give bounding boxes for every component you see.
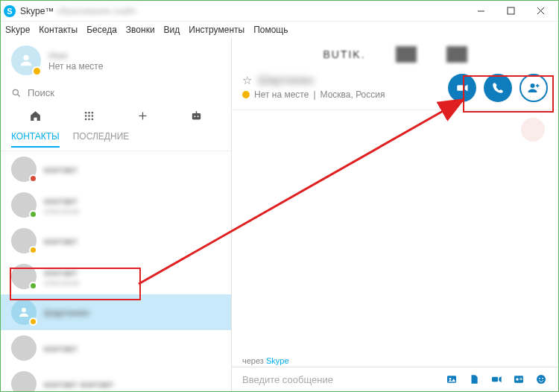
banner-text: BUTIK. xyxy=(323,48,365,60)
svg-rect-29 xyxy=(492,377,498,382)
app-title: Skype™ xyxy=(20,6,54,16)
search-placeholder: Поиск xyxy=(28,87,54,98)
video-message-icon[interactable] xyxy=(490,373,503,385)
self-profile[interactable]: Имя Нет на месте xyxy=(1,38,231,83)
svg-point-13 xyxy=(85,118,87,120)
contact-avatar-icon xyxy=(521,118,545,142)
contact-list: контакт контактописание контакт контакто… xyxy=(1,151,231,391)
svg-rect-1 xyxy=(508,7,514,14)
contact-item[interactable]: контакт контакт xyxy=(1,366,231,391)
svg-point-34 xyxy=(537,375,546,384)
menu-bar: Skype Контакты Беседа Звонки Вид Инструм… xyxy=(1,22,558,38)
compose-bar: Введите сообщение xyxy=(232,367,558,391)
self-name: Имя xyxy=(48,50,103,61)
send-photo-icon[interactable] xyxy=(445,373,458,385)
search-icon xyxy=(11,88,22,98)
via-link[interactable]: Skype xyxy=(266,356,289,365)
chat-location: Москва, Россия xyxy=(320,89,385,100)
chat-contact-name: Шартинен xyxy=(258,74,314,87)
svg-point-19 xyxy=(195,116,196,117)
svg-point-20 xyxy=(198,116,199,117)
maximize-button[interactable] xyxy=(496,2,525,20)
contact-item[interactable]: контакт xyxy=(1,151,231,187)
svg-rect-32 xyxy=(519,378,522,379)
sidebar-tabs: КОНТАКТЫ ПОСЛЕДНИЕ xyxy=(1,127,231,148)
new-contact-icon[interactable] xyxy=(135,107,151,124)
favorite-star-icon[interactable]: ☆ xyxy=(242,74,252,87)
avatar-icon xyxy=(11,371,37,391)
menu-help[interactable]: Помощь xyxy=(253,25,288,35)
chat-header: ☆ Шартинен Нет на месте | Москва, Россия xyxy=(232,68,558,110)
contact-item[interactable]: контактописание xyxy=(1,187,231,223)
svg-point-10 xyxy=(85,115,87,117)
menu-calls[interactable]: Звонки xyxy=(126,25,155,35)
svg-point-14 xyxy=(88,118,90,120)
menu-contacts[interactable]: Контакты xyxy=(39,25,78,35)
svg-point-24 xyxy=(531,83,535,88)
skype-logo-icon: S xyxy=(4,5,16,17)
self-status-away-icon xyxy=(32,66,42,76)
avatar-icon xyxy=(11,335,37,361)
tab-recent[interactable]: ПОСЛЕДНИЕ xyxy=(73,131,130,148)
sidebar: Имя Нет на месте Поиск КОНТАКТЫ ПОС xyxy=(1,38,232,391)
dialpad-icon[interactable] xyxy=(80,107,97,124)
svg-rect-23 xyxy=(457,85,464,91)
home-icon[interactable] xyxy=(27,107,43,124)
contact-item[interactable]: контакт xyxy=(1,223,231,259)
svg-point-11 xyxy=(88,115,90,117)
add-participant-button[interactable] xyxy=(519,74,548,102)
search-input[interactable]: Поиск xyxy=(1,83,231,103)
self-status-text: Нет на месте xyxy=(48,61,103,72)
menu-tools[interactable]: Инструменты xyxy=(189,25,244,35)
emoji-icon[interactable] xyxy=(534,373,548,385)
svg-rect-18 xyxy=(192,113,200,119)
svg-point-12 xyxy=(92,115,94,117)
avatar-icon xyxy=(11,192,37,218)
close-button[interactable] xyxy=(525,2,555,20)
menu-view[interactable]: Вид xyxy=(164,25,180,35)
via-line: через Skype xyxy=(232,353,558,367)
video-call-button[interactable] xyxy=(448,74,476,102)
title-bar: S Skype™ образование.скайп xyxy=(1,1,558,22)
chat-pane: BUTIK. ☆ Шартинен Нет на месте | Москва,… xyxy=(232,38,558,391)
svg-point-4 xyxy=(23,55,28,60)
avatar-icon xyxy=(11,264,37,289)
avatar-icon xyxy=(11,228,37,253)
window-subtitle: образование.скайп xyxy=(57,6,136,16)
status-away-icon xyxy=(242,91,250,98)
nav-icon-row xyxy=(1,103,231,127)
chat-status: Нет на месте xyxy=(254,89,309,100)
svg-point-31 xyxy=(516,378,518,380)
contact-item-selected[interactable]: Шартинен xyxy=(1,294,231,330)
menu-conversation[interactable]: Беседа xyxy=(86,25,117,35)
audio-call-button[interactable] xyxy=(484,74,512,102)
svg-point-28 xyxy=(449,378,452,380)
contact-item[interactable]: контактописание xyxy=(1,259,231,294)
svg-rect-33 xyxy=(519,379,522,380)
svg-point-5 xyxy=(13,89,18,95)
menu-skype[interactable]: Skype xyxy=(5,25,30,35)
ad-banner[interactable]: BUTIK. xyxy=(232,38,558,68)
svg-point-7 xyxy=(85,111,87,113)
svg-point-22 xyxy=(22,308,26,312)
self-avatar-icon xyxy=(11,45,41,75)
svg-line-6 xyxy=(18,94,20,96)
send-file-icon[interactable] xyxy=(467,373,481,385)
avatar-icon xyxy=(11,300,37,325)
banner-icon xyxy=(396,46,417,63)
svg-point-36 xyxy=(542,378,543,379)
banner-icon xyxy=(446,46,467,63)
svg-point-9 xyxy=(92,111,94,113)
bot-icon[interactable] xyxy=(189,107,205,124)
contact-item[interactable]: контакт xyxy=(1,330,231,366)
send-contact-icon[interactable] xyxy=(512,373,525,385)
message-input[interactable]: Введите сообщение xyxy=(242,374,445,385)
svg-point-8 xyxy=(88,111,90,113)
svg-point-35 xyxy=(539,378,540,379)
tab-contacts[interactable]: КОНТАКТЫ xyxy=(11,131,60,148)
minimize-button[interactable] xyxy=(466,2,496,20)
chat-body xyxy=(232,110,558,353)
svg-point-15 xyxy=(92,118,94,120)
avatar-icon xyxy=(11,157,37,182)
call-buttons xyxy=(448,74,548,102)
